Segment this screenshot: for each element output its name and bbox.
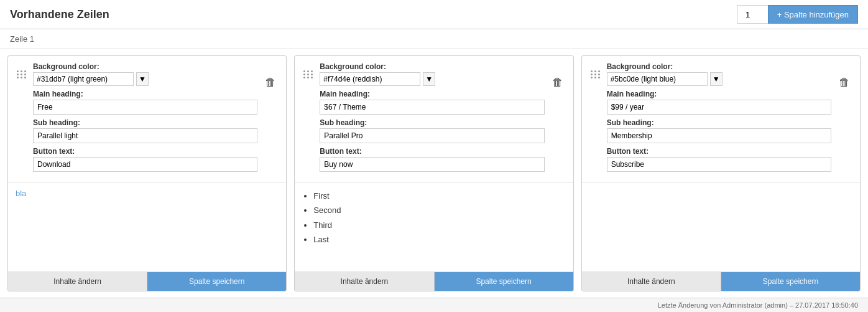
button-text-group-1: Button text: — [33, 147, 257, 172]
main-heading-input-2[interactable] — [320, 100, 544, 115]
bg-color-label-1: Background color: — [33, 62, 257, 71]
bg-color-row-1: ▼ — [33, 72, 257, 86]
header: Vorhandene Zeilen + Spalte hinzufügen — [0, 0, 868, 29]
delete-button-3[interactable]: 🗑 — [836, 75, 852, 90]
main-heading-group-3: Main heading: — [607, 90, 831, 115]
sub-heading-label-3: Sub heading: — [607, 118, 831, 127]
column-number-input[interactable] — [737, 5, 768, 24]
bg-color-label-3: Background color: — [607, 62, 831, 71]
sub-heading-label-1: Sub heading: — [33, 118, 257, 127]
delete-button-1[interactable]: 🗑 — [262, 75, 279, 90]
card-footer-3: Inhalte ändern Spalte speichern — [582, 272, 860, 291]
status-bar: Letzte Änderung von Administrator (admin… — [0, 298, 868, 312]
list-item: Second — [313, 203, 565, 217]
card-drag-row-1: Background color: ▼ Main heading: Sub he… — [16, 62, 279, 176]
delete-button-2[interactable]: 🗑 — [550, 75, 566, 90]
button-text-input-2[interactable] — [320, 157, 544, 172]
sub-heading-group-3: Sub heading: — [607, 118, 831, 143]
sub-heading-input-2[interactable] — [320, 128, 544, 143]
bg-color-row-3: ▼ — [607, 72, 831, 86]
card-body-2: First Second Third Last — [295, 182, 573, 272]
button-text-group-3: Button text: — [607, 147, 831, 172]
card-body-list-2: First Second Third Last — [302, 189, 565, 247]
list-item: Last — [313, 232, 565, 247]
spalte-speichern-button-2[interactable]: Spalte speichern — [435, 272, 573, 291]
card-drag-row-3: Background color: ▼ Main heading: Sub he… — [589, 62, 852, 176]
card-body-1: bla — [8, 182, 286, 272]
inhalte-andern-button-3[interactable]: Inhalte ändern — [582, 272, 721, 291]
sub-heading-group-1: Sub heading: — [33, 118, 257, 143]
bg-color-input-3[interactable] — [607, 72, 708, 86]
sub-heading-group-2: Sub heading: — [320, 118, 544, 143]
add-column-button[interactable]: + Spalte hinzufügen — [768, 5, 858, 24]
bg-color-input-1[interactable] — [33, 72, 134, 86]
drag-handle-3[interactable] — [589, 62, 602, 80]
bg-color-input-2[interactable] — [320, 72, 420, 86]
card-top-1: Background color: ▼ Main heading: Sub he… — [8, 56, 286, 182]
main-heading-input-3[interactable] — [607, 100, 831, 115]
bg-color-dropdown-2[interactable]: ▼ — [423, 72, 435, 86]
card-footer-2: Inhalte ändern Spalte speichern — [295, 272, 573, 291]
drag-handle-1[interactable] — [16, 62, 28, 80]
bg-color-group-3: Background color: ▼ — [607, 62, 831, 86]
bg-color-label-2: Background color: — [320, 62, 544, 71]
button-text-label-1: Button text: — [33, 147, 257, 156]
bg-color-dropdown-3[interactable]: ▼ — [710, 72, 723, 86]
sub-heading-input-1[interactable] — [33, 128, 257, 143]
spalte-speichern-button-1[interactable]: Spalte speichern — [147, 272, 286, 291]
button-text-input-3[interactable] — [607, 157, 831, 172]
card-fields-1: Background color: ▼ Main heading: Sub he… — [33, 62, 257, 176]
main-heading-input-1[interactable] — [33, 100, 257, 115]
card-footer-1: Inhalte ändern Spalte speichern — [8, 272, 286, 291]
main-content: Background color: ▼ Main heading: Sub he… — [0, 49, 868, 298]
bg-color-group-1: Background color: ▼ — [33, 62, 257, 86]
column-card-3: Background color: ▼ Main heading: Sub he… — [581, 55, 861, 291]
column-card-1: Background color: ▼ Main heading: Sub he… — [7, 55, 287, 291]
card-top-2: Background color: ▼ Main heading: Sub he… — [295, 56, 573, 182]
inhalte-andern-button-1[interactable]: Inhalte ändern — [8, 272, 147, 291]
page-title: Vorhandene Zeilen — [10, 8, 109, 21]
card-drag-row-2: Background color: ▼ Main heading: Sub he… — [302, 62, 565, 176]
button-text-label-2: Button text: — [320, 147, 544, 156]
card-fields-2: Background color: ▼ Main heading: Sub he… — [320, 62, 544, 176]
spalte-speichern-button-3[interactable]: Spalte speichern — [721, 272, 860, 291]
button-text-group-2: Button text: — [320, 147, 544, 172]
main-heading-label-1: Main heading: — [33, 90, 257, 98]
row-label: Zeile 1 — [0, 29, 868, 49]
main-heading-label-3: Main heading: — [607, 90, 831, 98]
card-body-text-1: bla — [16, 189, 26, 198]
main-heading-group-2: Main heading: — [320, 90, 544, 115]
bg-color-row-2: ▼ — [320, 72, 544, 86]
sub-heading-input-3[interactable] — [607, 128, 831, 143]
inhalte-andern-button-2[interactable]: Inhalte ändern — [295, 272, 434, 291]
button-text-label-3: Button text: — [607, 147, 831, 156]
header-actions: + Spalte hinzufügen — [737, 5, 858, 24]
column-card-2: Background color: ▼ Main heading: Sub he… — [294, 55, 573, 291]
status-text: Letzte Änderung von Administrator (admin… — [658, 301, 858, 309]
main-heading-label-2: Main heading: — [320, 90, 544, 98]
bg-color-dropdown-1[interactable]: ▼ — [136, 72, 149, 86]
drag-handle-2[interactable] — [302, 62, 315, 80]
list-item: Third — [313, 218, 565, 232]
card-top-3: Background color: ▼ Main heading: Sub he… — [582, 56, 860, 182]
bg-color-group-2: Background color: ▼ — [320, 62, 544, 86]
page-wrapper: Vorhandene Zeilen + Spalte hinzufügen Ze… — [0, 0, 868, 312]
card-body-3 — [582, 182, 860, 272]
main-heading-group-1: Main heading: — [33, 90, 257, 115]
sub-heading-label-2: Sub heading: — [320, 118, 544, 127]
list-item: First — [313, 189, 565, 203]
card-fields-3: Background color: ▼ Main heading: Sub he… — [607, 62, 831, 176]
button-text-input-1[interactable] — [33, 157, 257, 172]
